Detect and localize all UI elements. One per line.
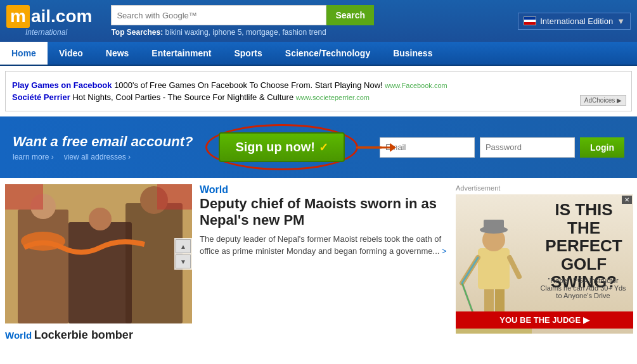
svg-rect-18	[484, 220, 504, 231]
nav-science-tech[interactable]: Science/Technology	[274, 42, 382, 65]
learn-more-link[interactable]: learn more ›	[13, 153, 54, 161]
ad-sidebar: Advertisement	[448, 184, 632, 342]
svg-rect-6	[68, 222, 132, 323]
logo-domain: ail.com	[31, 6, 92, 27]
signup-oval-decoration: Sign up now!	[205, 124, 358, 170]
edition-label: International Edition	[540, 16, 613, 26]
logo-m-letter: m	[6, 5, 30, 28]
main-content: ▲ ▼ World Deputy chief of Maoists sworn …	[0, 178, 637, 348]
ad-close-button[interactable]: ✕	[622, 196, 632, 204]
arrow-icon	[358, 138, 396, 157]
ad-area: Play Games on Facebook 1000's of Free Ga…	[5, 71, 632, 111]
top-searches-label: Top Searches:	[111, 28, 163, 37]
top-search-4[interactable]: fashion trend	[282, 28, 326, 37]
advertisement-label: Advertisement	[456, 184, 632, 192]
navbar: Home Video News Entertainment Sports Sci…	[0, 42, 637, 66]
nav-sports[interactable]: Sports	[222, 42, 273, 65]
story1-body-text: The deputy leader of Nepal's former Maoi…	[200, 234, 441, 256]
top-search-2[interactable]: iphone 5,	[212, 28, 243, 37]
ad1-link[interactable]: Play Games on Facebook	[12, 80, 112, 90]
ad1-url[interactable]: www.Facebook.com	[385, 82, 447, 89]
signup-headline: Want a free email account?	[13, 134, 193, 150]
svg-rect-10	[5, 184, 43, 210]
story2-title: Lockerbie bomber	[34, 329, 133, 341]
svg-line-24	[462, 258, 478, 283]
news-area: ▲ ▼ World Deputy chief of Maoists sworn …	[5, 184, 448, 342]
search-button[interactable]: Search	[326, 5, 374, 25]
login-button[interactable]: Login	[580, 137, 624, 158]
top-search-1[interactable]: bikini waxing,	[165, 28, 210, 37]
logo-main: m ail.com	[6, 5, 92, 28]
golf-ad-body-text: "Rebel" PGA Instructor Claims he can Add…	[536, 274, 631, 302]
news-main-image: ▲ ▼	[5, 184, 192, 323]
scroll-down-button[interactable]: ▼	[176, 254, 191, 268]
signup-now-button[interactable]: Sign up now!	[219, 132, 345, 162]
top-search-3[interactable]: mortgage,	[246, 28, 280, 37]
header: m ail.com International Search Top Searc…	[0, 0, 637, 42]
chevron-down-icon: ▼	[617, 16, 625, 26]
ad2-link[interactable]: Société Perrier	[12, 92, 70, 102]
story2-category-label: World	[5, 330, 32, 341]
second-story: World Lockerbie bomber	[5, 329, 448, 342]
news-headline-block: World Deputy chief of Maoists sworn in a…	[200, 184, 448, 258]
svg-rect-11	[157, 184, 192, 210]
nav-business[interactable]: Business	[382, 42, 444, 65]
svg-rect-3	[18, 210, 68, 323]
news-image-bg: ▲ ▼	[5, 184, 192, 323]
story1-category-label: World	[200, 184, 228, 195]
golf-ad-cta-button[interactable]: YOU BE THE JUDGE ▶	[456, 311, 633, 329]
signup-banner: Want a free email account? learn more › …	[0, 116, 637, 178]
nav-entertainment[interactable]: Entertainment	[140, 42, 222, 65]
search-input[interactable]	[111, 5, 326, 25]
signup-text-area: Want a free email account? learn more › …	[13, 134, 193, 161]
login-area: Login	[380, 137, 624, 158]
view-all-addresses-link[interactable]: view all addresses ›	[64, 153, 131, 161]
ad-choices-button[interactable]: AdChoices	[580, 95, 626, 106]
svg-rect-15	[478, 248, 510, 289]
story1-read-more-link[interactable]: >	[442, 246, 447, 256]
logo-area: m ail.com International	[6, 5, 92, 37]
story1-title: Deputy chief of Maoists sworn in as Nepa…	[200, 196, 448, 229]
password-input[interactable]	[480, 137, 575, 158]
svg-line-20	[510, 258, 519, 277]
ad1: Play Games on Facebook 1000's of Free Ga…	[12, 80, 625, 90]
scroll-up-button[interactable]: ▲	[176, 239, 191, 253]
edition-flag-icon	[524, 16, 536, 25]
search-row: Search	[111, 5, 512, 25]
signup-button-wrapper: Sign up now!	[205, 124, 358, 170]
svg-marker-1	[390, 143, 396, 152]
nav-home[interactable]: Home	[0, 42, 48, 65]
svg-point-7	[89, 208, 112, 230]
ad2: Société Perrier Hot Nights, Cool Parties…	[12, 92, 625, 102]
golf-ad-banner[interactable]: IS THIS THE PERFECT GOLF SWING? "Rebel" …	[456, 194, 633, 334]
ad1-text: 1000's of Free Games On Facebook To Choo…	[114, 80, 383, 90]
ad2-text: Hot Nights, Cool Parties - The Source Fo…	[72, 92, 293, 102]
edition-selector[interactable]: International Edition ▼	[518, 13, 631, 30]
news-image-svg	[5, 184, 192, 323]
image-scroll-controls: ▲ ▼	[174, 238, 192, 270]
search-area: Search Top Searches: bikini waxing, ipho…	[111, 5, 512, 37]
signup-links: learn more › view all addresses ›	[13, 153, 193, 161]
top-searches: Top Searches: bikini waxing, iphone 5, m…	[111, 28, 512, 37]
golf-ad-background: IS THIS THE PERFECT GOLF SWING? "Rebel" …	[456, 194, 633, 334]
nav-news[interactable]: News	[94, 42, 141, 65]
story1-body: The deputy leader of Nepal's former Maoi…	[200, 233, 448, 258]
ad2-url[interactable]: www.societeperrier.com	[296, 94, 370, 101]
logo-international: International	[25, 28, 92, 37]
nav-video[interactable]: Video	[48, 42, 94, 65]
